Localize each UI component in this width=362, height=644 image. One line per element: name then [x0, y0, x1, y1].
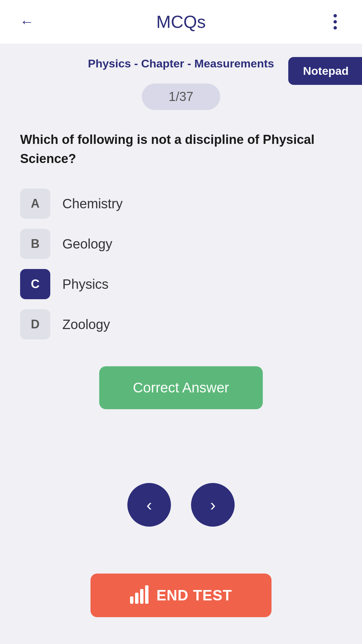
end-test-button[interactable]: END TEST	[90, 574, 272, 617]
breadcrumb-chapter: Measurements	[194, 57, 274, 70]
option-b-letter: B	[20, 229, 50, 259]
option-a-letter: A	[20, 189, 50, 219]
question-text: Which of following is not a discipline o…	[20, 130, 342, 168]
chart-icon	[130, 587, 148, 604]
option-d-letter: D	[20, 309, 50, 339]
options-list: A Chemistry B Geology C Physics D Zoolog…	[20, 189, 342, 339]
option-c-text: Physics	[62, 277, 109, 292]
back-arrow-icon: ←	[20, 14, 34, 30]
back-button[interactable]: ←	[17, 12, 37, 32]
option-b-text: Geology	[62, 236, 112, 252]
correct-answer-button[interactable]: Correct Answer	[99, 366, 262, 409]
option-a-text: Chemistry	[62, 196, 123, 211]
option-a[interactable]: A Chemistry	[20, 189, 342, 219]
next-button[interactable]: ›	[191, 483, 235, 527]
bar4	[145, 585, 148, 604]
option-d-text: Zoology	[62, 317, 110, 332]
prev-arrow-icon: ‹	[146, 495, 152, 515]
next-arrow-icon: ›	[210, 495, 216, 515]
notepad-button[interactable]: Notepad	[288, 57, 362, 85]
menu-button[interactable]	[325, 12, 345, 32]
main-content: Physics - Chapter - Measurements Notepad…	[0, 44, 362, 423]
progress-indicator: 1/37	[142, 84, 220, 110]
page-title: MCQs	[156, 12, 205, 32]
option-b[interactable]: B Geology	[20, 229, 342, 259]
nav-buttons: ‹ ›	[127, 483, 235, 527]
bar3	[140, 589, 143, 604]
option-c[interactable]: C Physics	[20, 269, 342, 299]
breadcrumb-prefix: Physics - Chapter -	[88, 57, 194, 70]
bottom-section: ‹ › END TEST	[0, 429, 362, 617]
menu-dot-1	[334, 14, 337, 17]
end-test-label: END TEST	[157, 587, 232, 604]
menu-dot-3	[334, 26, 337, 30]
menu-dot-2	[334, 20, 337, 23]
option-d[interactable]: D Zoology	[20, 309, 342, 339]
prev-button[interactable]: ‹	[127, 483, 171, 527]
option-c-letter: C	[20, 269, 50, 299]
header: ← MCQs	[0, 0, 362, 44]
bar2	[135, 593, 138, 604]
bar1	[130, 596, 133, 604]
